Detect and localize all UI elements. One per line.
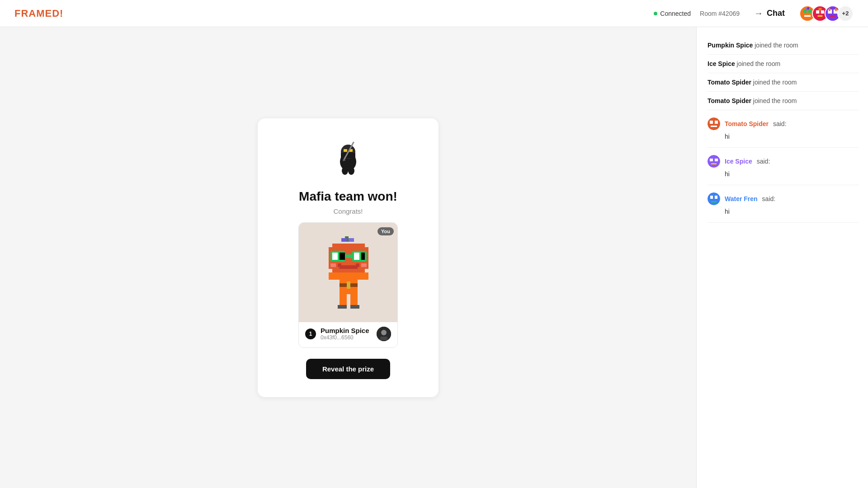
svg-rect-42 <box>361 263 367 267</box>
chat-said: said: <box>773 120 787 127</box>
svg-rect-54 <box>380 337 387 340</box>
header-right: Connected Room #42069 → Chat <box>654 5 854 22</box>
svg-rect-9 <box>818 15 823 17</box>
chat-user-header: Ice Spice said: <box>708 155 859 168</box>
svg-rect-7 <box>816 10 819 13</box>
svg-rect-50 <box>338 305 347 309</box>
svg-rect-63 <box>708 192 720 205</box>
svg-point-24 <box>342 167 348 175</box>
nft-owner-avatar <box>377 327 391 341</box>
svg-rect-66 <box>711 201 717 202</box>
chat-user-message: Ice Spice said: hi <box>708 148 859 185</box>
svg-rect-47 <box>358 272 368 280</box>
chat-avatar-water <box>708 192 720 205</box>
svg-rect-59 <box>708 155 720 168</box>
svg-rect-56 <box>710 121 713 124</box>
svg-point-53 <box>381 330 387 335</box>
chat-user-message: Tomato Spider said: hi <box>708 110 859 148</box>
svg-rect-45 <box>347 282 350 289</box>
system-msg-name: Tomato Spider <box>708 79 751 86</box>
svg-rect-27 <box>341 238 347 242</box>
chat-system-message: Tomato Spider joined the room <box>708 92 859 110</box>
svg-rect-14 <box>830 15 836 17</box>
svg-rect-15 <box>829 8 830 11</box>
status-label: Connected <box>660 10 691 17</box>
svg-rect-62 <box>711 163 717 164</box>
chat-message-text: hi <box>708 133 859 140</box>
svg-rect-65 <box>715 196 717 199</box>
svg-rect-64 <box>710 196 713 199</box>
game-area: Mafia team won! Congrats! You <box>0 27 696 488</box>
chat-messages: Pumpkin Spice joined the room Ice Spice … <box>697 27 868 488</box>
svg-rect-51 <box>350 305 359 309</box>
app-header: FRAMED! Connected Room #42069 → Chat <box>0 0 868 27</box>
chat-avatar-ice <box>708 155 720 168</box>
status-dot <box>654 12 657 15</box>
chat-user-header: Tomato Spider said: <box>708 117 859 130</box>
nft-address: 0x43f0...6560 <box>321 334 372 341</box>
svg-rect-35 <box>354 253 359 260</box>
svg-rect-48 <box>340 294 347 305</box>
system-msg-name: Ice Spice <box>708 60 735 67</box>
svg-rect-16 <box>835 8 837 11</box>
svg-rect-28 <box>349 238 354 242</box>
svg-rect-5 <box>807 7 809 9</box>
system-msg-text: joined the room <box>753 97 797 104</box>
chat-said: said: <box>762 195 776 202</box>
svg-rect-58 <box>711 126 717 127</box>
chat-username: Ice Spice <box>725 158 752 165</box>
nft-info: 1 Pumpkin Spice 0x43f0...6560 <box>299 322 397 347</box>
connection-status: Connected <box>654 10 691 17</box>
chat-arrow-icon: → <box>754 8 763 19</box>
svg-rect-4 <box>806 8 807 10</box>
chat-username: Water Fren <box>725 195 758 202</box>
chat-message-text: hi <box>708 208 859 215</box>
avatar-extra-count: +2 <box>837 5 854 22</box>
reveal-prize-button[interactable]: Reveal the prize <box>306 359 390 379</box>
rank-badge: 1 <box>305 328 316 339</box>
system-msg-text: joined the room <box>753 79 797 86</box>
svg-rect-36 <box>361 253 365 260</box>
chat-toggle-button[interactable]: → Chat <box>749 5 790 21</box>
chat-label: Chat <box>767 9 785 18</box>
svg-rect-57 <box>715 121 718 124</box>
svg-rect-2 <box>808 9 811 13</box>
chat-said: said: <box>757 158 770 165</box>
system-msg-text: joined the room <box>737 60 781 67</box>
nft-image-container: You <box>299 223 398 322</box>
nft-card: You <box>298 222 398 348</box>
svg-point-25 <box>348 167 354 175</box>
win-title: Mafia team won! <box>299 189 397 204</box>
chat-message-text: hi <box>708 170 859 178</box>
chat-username: Tomato Spider <box>725 120 769 127</box>
svg-rect-20 <box>344 149 347 152</box>
svg-rect-38 <box>340 265 358 269</box>
room-label: Room #42069 <box>700 10 740 17</box>
svg-rect-40 <box>356 263 359 267</box>
svg-rect-10 <box>818 8 821 10</box>
chat-user-message: Water Fren said: hi <box>708 185 859 223</box>
ninja-icon <box>330 140 366 182</box>
nft-details: Pumpkin Spice 0x43f0...6560 <box>321 327 372 341</box>
system-msg-name: Pumpkin Spice <box>708 42 753 49</box>
chat-system-message: Tomato Spider joined the room <box>708 73 859 92</box>
svg-rect-8 <box>821 10 824 13</box>
chat-panel: Pumpkin Spice joined the room Ice Spice … <box>696 27 868 488</box>
chat-avatar-tomato <box>708 117 720 130</box>
chat-user-header: Water Fren said: <box>708 192 859 205</box>
svg-rect-55 <box>708 117 720 130</box>
avatars-group: +2 <box>799 5 854 22</box>
svg-rect-61 <box>715 159 718 161</box>
you-badge: You <box>377 227 394 235</box>
main-layout: Mafia team won! Congrats! You <box>0 0 868 488</box>
app-logo: FRAMED! <box>14 8 63 19</box>
system-msg-text: joined the room <box>755 42 798 49</box>
svg-rect-60 <box>710 159 713 161</box>
svg-rect-33 <box>332 253 338 260</box>
svg-rect-3 <box>804 15 811 17</box>
svg-rect-39 <box>338 263 341 267</box>
svg-rect-46 <box>329 272 340 280</box>
system-msg-name: Tomato Spider <box>708 97 751 104</box>
svg-rect-41 <box>330 263 336 267</box>
win-subtitle: Congrats! <box>333 207 363 215</box>
